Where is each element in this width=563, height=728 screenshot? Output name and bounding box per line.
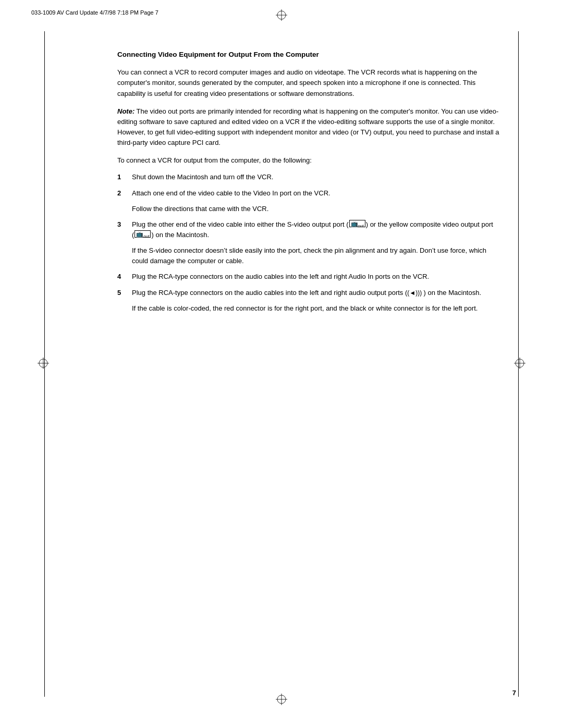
step-number: 5: [117, 288, 132, 298]
step-number: 4: [117, 272, 132, 282]
note-paragraph: Note: The video out ports are primarily …: [117, 106, 503, 149]
right-crosshair: [514, 357, 525, 371]
step-number: 3: [117, 219, 132, 230]
step-1-text: Shut down the Macintosh and turn off the…: [132, 172, 503, 182]
header-bar: 033-1009 AV Card Update 4/7/98 7:18 PM P…: [31, 9, 532, 16]
note-label: Note:: [117, 107, 134, 115]
list-item: 4 Plug the RCA-type connectors on the au…: [117, 272, 503, 282]
list-item: 1 Shut down the Macintosh and turn off t…: [117, 172, 503, 182]
composite-port-icon: 📺out: [134, 230, 151, 238]
step-5-subtext: If the cable is color-coded, the red con…: [132, 303, 503, 314]
step-3-subtext: If the S-video connector doesn’t slide e…: [132, 245, 503, 266]
bottom-crosshair: [276, 694, 287, 707]
intro-text: To connect a VCR for output from the com…: [117, 155, 503, 166]
note-body: The video out ports are primarily intend…: [117, 107, 499, 146]
steps-list: 1 Shut down the Macintosh and turn off t…: [117, 172, 503, 313]
step-3-text: Plug the other end of the video cable in…: [132, 219, 503, 240]
section-title: Connecting Video Equipment for Output Fr…: [117, 50, 503, 60]
page: 033-1009 AV Card Update 4/7/98 7:18 PM P…: [0, 0, 563, 728]
step-number: 1: [117, 172, 132, 182]
step-number: 2: [117, 188, 132, 199]
list-item: 5 Plug the RCA-type connectors on the au…: [117, 288, 503, 298]
step-5-text: Plug the RCA-type connectors on the audi…: [132, 288, 503, 298]
step-2-text: Attach one end of the video cable to the…: [132, 188, 503, 199]
page-number: 7: [512, 689, 516, 697]
header-text: 033-1009 AV Card Update 4/7/98 7:18 PM P…: [31, 9, 158, 16]
paragraph-1: You can connect a VCR to record computer…: [117, 67, 503, 98]
audio-port-icon: (◄))): [407, 289, 423, 297]
step-4-text: Plug the RCA-type connectors on the audi…: [132, 272, 503, 282]
svideo-port-icon: 📺out: [349, 220, 365, 227]
list-item: 2 Attach one end of the video cable to t…: [117, 188, 503, 199]
step-2-subtext: Follow the directions that came with the…: [132, 204, 503, 214]
top-center-crosshair: [276, 9, 287, 21]
main-content: Connecting Video Equipment for Output Fr…: [117, 50, 503, 319]
left-crosshair: [38, 357, 49, 371]
list-item: 3 Plug the other end of the video cable …: [117, 219, 503, 240]
